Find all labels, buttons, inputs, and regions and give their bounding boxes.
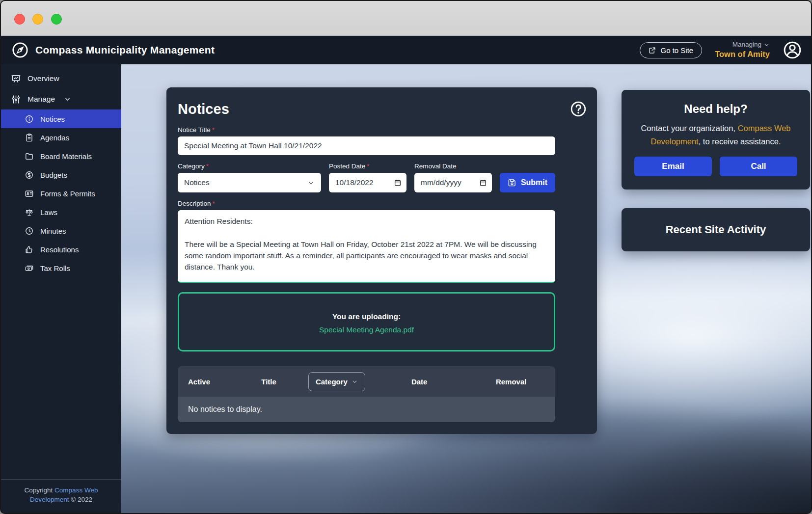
- removal-date-input[interactable]: [414, 173, 492, 192]
- required-mark: *: [206, 162, 209, 170]
- managed-org-name: Town of Amity: [715, 49, 770, 59]
- notice-title-input[interactable]: [178, 136, 555, 155]
- need-help-panel: Need help? Contact your organization, Co…: [622, 90, 810, 189]
- brand: Compass Municipality Management: [12, 42, 215, 58]
- chevron-down-icon: [307, 179, 315, 187]
- id-card-icon: [25, 189, 34, 198]
- info-circle-icon: [25, 114, 34, 124]
- help-panel-text: Contact your organization, Compass Web D…: [634, 122, 797, 148]
- upload-status-text: You are uploading:: [189, 312, 544, 321]
- sidebar-item-tax-rolls[interactable]: Tax Rolls: [1, 259, 121, 277]
- call-button[interactable]: Call: [720, 157, 797, 176]
- column-header-active: Active: [188, 378, 236, 386]
- email-button[interactable]: Email: [634, 157, 712, 176]
- main-area: Notices Notice Title* Category* Notices: [121, 64, 811, 513]
- submit-button[interactable]: Submit: [500, 173, 555, 192]
- notices-form-card: Notices Notice Title* Category* Notices: [166, 87, 597, 434]
- upload-dropzone[interactable]: You are uploading: Special Meeting Agend…: [178, 292, 555, 352]
- removal-date-label: Removal Date: [414, 162, 492, 170]
- folder-icon: [25, 152, 34, 161]
- notices-table-header: Active Title Category Date Removal: [178, 366, 555, 397]
- sidebar-item-label: Agendas: [40, 134, 69, 142]
- sidebar-item-label: Tax Rolls: [40, 264, 70, 272]
- sidebar-item-label: Notices: [40, 115, 65, 123]
- sliders-icon: [11, 94, 21, 105]
- window-close-button[interactable]: [14, 14, 25, 25]
- recent-site-activity-panel: Recent Site Activity: [622, 208, 810, 251]
- required-mark: *: [367, 162, 369, 170]
- sidebar-item-minutes[interactable]: Minutes: [1, 221, 121, 240]
- sidebar-item-label: Overview: [27, 74, 59, 83]
- category-selected-value: Notices: [184, 178, 210, 187]
- description-textarea[interactable]: Attention Residents: There will be a Spe…: [178, 210, 555, 283]
- column-header-title: Title: [236, 378, 302, 386]
- thumbs-up-icon: [25, 245, 34, 254]
- sidebar-item-label: Budgets: [40, 171, 67, 179]
- submit-label: Submit: [521, 178, 547, 187]
- banknotes-icon: [25, 264, 34, 273]
- copyright-text: Copyright: [25, 487, 55, 494]
- sidebar-item-label: Laws: [40, 208, 57, 216]
- question-circle-icon: [569, 100, 587, 118]
- category-label: Category*: [178, 162, 321, 170]
- sidebar-item-label: Manage: [27, 95, 55, 104]
- sidebar-item-resolutions[interactable]: Resolutions: [1, 240, 121, 259]
- compass-logo-icon: [12, 42, 28, 58]
- managing-label: Managing: [732, 41, 761, 49]
- help-button[interactable]: [569, 100, 587, 118]
- page-title: Notices: [178, 101, 585, 117]
- upload-filename: Special Meeting Agenda.pdf: [189, 325, 544, 334]
- sidebar-item-label: Resolutions: [40, 245, 79, 254]
- copyright-year: © 2022: [69, 496, 92, 503]
- sidebar-item-manage[interactable]: Manage: [1, 89, 121, 109]
- required-mark: *: [212, 126, 215, 134]
- external-link-icon: [649, 47, 656, 54]
- window-zoom-button[interactable]: [51, 14, 62, 25]
- sidebar-item-label: Forms & Permits: [40, 189, 95, 198]
- chevron-down-icon: [62, 96, 73, 103]
- save-icon: [508, 178, 516, 187]
- user-avatar[interactable]: [783, 40, 802, 60]
- posted-date-input[interactable]: [329, 173, 406, 192]
- column-header-removal: Removal: [467, 378, 555, 386]
- scales-icon: [25, 208, 34, 217]
- sidebar-item-label: Board Materials: [40, 152, 92, 161]
- sidebar-item-board-materials[interactable]: Board Materials: [1, 147, 121, 165]
- category-select[interactable]: Notices: [178, 173, 321, 192]
- chevron-down-icon: [352, 379, 358, 385]
- activity-panel-title: Recent Site Activity: [631, 223, 800, 236]
- category-filter-label: Category: [316, 378, 348, 386]
- app-header: Compass Municipality Management Go to Si…: [1, 36, 811, 64]
- user-avatar-icon: [783, 40, 802, 60]
- managing-menu[interactable]: Managing Town of Amity: [715, 41, 770, 59]
- notice-title-label: Notice Title*: [178, 126, 585, 134]
- clipboard-icon: [25, 133, 34, 142]
- sidebar-item-overview[interactable]: Overview: [1, 68, 121, 89]
- copyright: Copyright Compass Web Development © 2022: [1, 479, 121, 513]
- app-title: Compass Municipality Management: [35, 44, 215, 56]
- notices-table: Active Title Category Date Removal No no…: [178, 366, 555, 422]
- sidebar-item-agendas[interactable]: Agendas: [1, 128, 121, 147]
- go-to-site-label: Go to Site: [660, 46, 693, 54]
- sidebar-item-notices[interactable]: Notices: [1, 109, 121, 128]
- presentation-chart-icon: [11, 74, 21, 84]
- column-header-date: Date: [372, 378, 467, 386]
- posted-date-label: Posted Date*: [329, 162, 406, 170]
- window-minimize-button[interactable]: [32, 14, 43, 25]
- window-titlebar: [1, 1, 811, 36]
- required-mark: *: [213, 200, 215, 207]
- sidebar-item-laws[interactable]: Laws: [1, 203, 121, 221]
- empty-table-row: No notices to display.: [178, 397, 555, 422]
- app-window: Compass Municipality Management Go to Si…: [0, 0, 812, 514]
- help-panel-title: Need help?: [634, 102, 797, 116]
- clock-icon: [25, 226, 34, 236]
- sidebar-item-forms-permits[interactable]: Forms & Permits: [1, 184, 121, 203]
- sidebar: Overview Manage Notices Agendas Board Ma…: [1, 64, 121, 513]
- dollar-circle-icon: [25, 170, 34, 180]
- description-label: Description*: [178, 200, 585, 207]
- chevron-down-icon: [763, 42, 770, 48]
- go-to-site-button[interactable]: Go to Site: [640, 42, 702, 58]
- sidebar-item-label: Minutes: [40, 227, 66, 235]
- category-filter-button[interactable]: Category: [308, 372, 365, 391]
- sidebar-item-budgets[interactable]: Budgets: [1, 165, 121, 184]
